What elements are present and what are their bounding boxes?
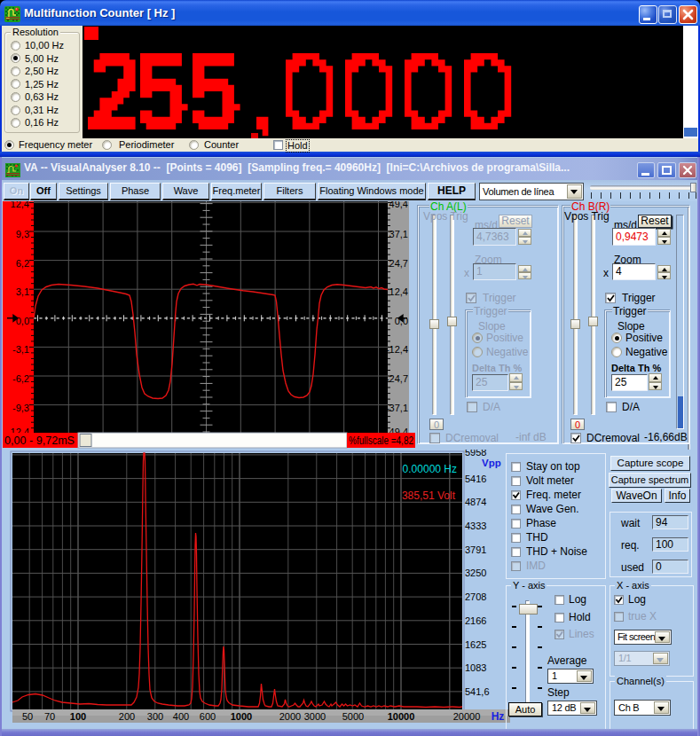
svg-text:541,6: 541,6 — [465, 686, 490, 697]
svg-text:1083: 1083 — [465, 662, 486, 673]
svg-text:37,1: 37,1 — [389, 229, 408, 239]
svg-text:%fullscale =4,82: %fullscale =4,82 — [349, 435, 413, 447]
svg-text:0,00 - 9,72mS: 0,00 - 9,72mS — [4, 435, 75, 447]
svg-text:100: 100 — [70, 711, 86, 722]
svg-text:Hz: Hz — [492, 710, 505, 723]
svg-text:12,4: 12,4 — [11, 201, 29, 209]
svg-text:3791: 3791 — [465, 544, 486, 555]
svg-text:-6,2: -6,2 — [12, 373, 29, 384]
svg-text:-9,3: -9,3 — [12, 403, 29, 413]
svg-text:Vpp: Vpp — [482, 458, 501, 468]
svg-text:4333: 4333 — [465, 521, 486, 531]
svg-text:1625: 1625 — [465, 639, 486, 650]
svg-text:2000: 2000 — [279, 711, 301, 722]
svg-text:20000: 20000 — [453, 711, 481, 722]
svg-text:-24,7: -24,7 — [386, 373, 408, 384]
svg-text:300: 300 — [147, 711, 163, 722]
svg-text:-37,1: -37,1 — [386, 403, 408, 413]
svg-text:1000: 1000 — [231, 711, 252, 722]
svg-text:70: 70 — [44, 711, 55, 722]
svg-text:400: 400 — [173, 711, 189, 722]
svg-text:600: 600 — [200, 711, 216, 722]
svg-text:2166: 2166 — [465, 615, 486, 626]
svg-text:9,3: 9,3 — [16, 229, 29, 239]
svg-text:4874: 4874 — [465, 497, 486, 507]
svg-text:3,1: 3,1 — [16, 286, 29, 297]
svg-text:0.00000 Hz: 0.00000 Hz — [403, 463, 457, 475]
svg-text:24,7: 24,7 — [389, 258, 408, 269]
svg-text:0,0: 0,0 — [16, 316, 29, 326]
svg-text:-12,4: -12,4 — [386, 344, 408, 355]
svg-text:10000: 10000 — [388, 711, 415, 722]
svg-text:-3,1: -3,1 — [12, 344, 29, 355]
svg-text:385,51 Volt: 385,51 Volt — [402, 489, 456, 502]
svg-text:200: 200 — [119, 711, 135, 722]
svg-text:6,2: 6,2 — [16, 258, 29, 269]
svg-text:3250: 3250 — [465, 568, 486, 578]
svg-text:5958: 5958 — [465, 450, 486, 458]
svg-text:50: 50 — [22, 711, 33, 722]
svg-text:5416: 5416 — [465, 474, 486, 484]
svg-text:2708: 2708 — [465, 591, 486, 602]
svg-text:12,4: 12,4 — [389, 286, 408, 297]
svg-text:5000: 5000 — [342, 711, 364, 722]
svg-text:3000: 3000 — [304, 711, 326, 722]
